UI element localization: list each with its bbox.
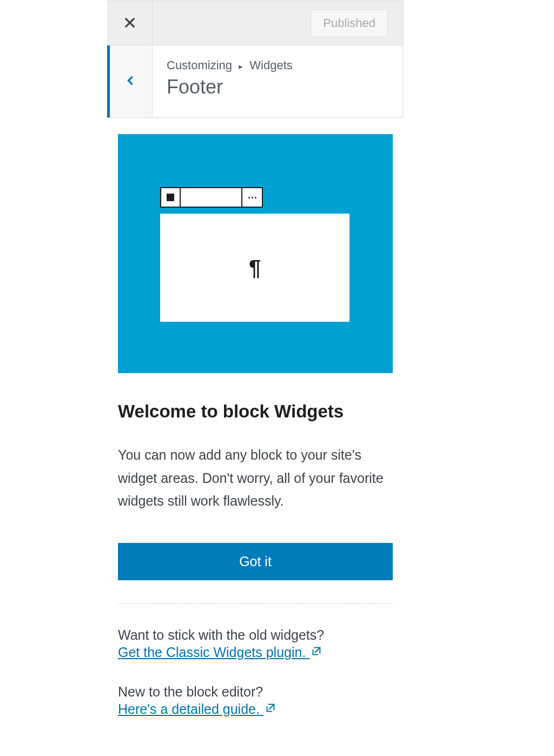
illustration-canvas: ¶ [160, 214, 349, 322]
guide-section: New to the block editor? Here's a detail… [118, 683, 393, 718]
breadcrumb-nav: Customizing ▸ Widgets Footer [107, 45, 404, 118]
welcome-title: Welcome to block Widgets [118, 401, 393, 422]
external-link-icon [311, 644, 322, 661]
illustration-toolbar-mid [181, 188, 242, 207]
breadcrumb-current: Widgets [249, 58, 292, 72]
breadcrumb-text: Customizing ▸ Widgets Footer [153, 45, 402, 117]
content-area: ¶ Welcome to block Widgets You can now a… [107, 118, 404, 751]
close-button[interactable] [107, 2, 153, 45]
chevron-left-icon [125, 75, 137, 88]
customizer-panel: Published Customizing ▸ Widgets Footer [107, 0, 404, 751]
divider [118, 603, 393, 604]
illustration-block-icon [161, 188, 181, 207]
external-link-icon [265, 700, 276, 718]
got-it-button[interactable]: Got it [118, 543, 393, 580]
guide-prompt: New to the block editor? [118, 683, 393, 701]
classic-widgets-prompt: Want to stick with the old widgets? [118, 626, 393, 644]
breadcrumb-separator-icon: ▸ [239, 62, 243, 71]
breadcrumb: Customizing ▸ Widgets [167, 58, 388, 72]
classic-widgets-link[interactable]: Get the Classic Widgets plugin. [118, 645, 322, 660]
illustration-more-icon [242, 188, 262, 207]
illustration-toolbar [160, 187, 263, 208]
guide-link[interactable]: Here's a detailed guide. [118, 701, 276, 717]
classic-widgets-link-text: Get the Classic Widgets plugin. [118, 645, 306, 660]
breadcrumb-root: Customizing [167, 58, 232, 72]
welcome-description: You can now add any block to your site's… [118, 443, 393, 513]
close-icon [122, 15, 137, 32]
back-button[interactable] [110, 45, 153, 117]
classic-widgets-section: Want to stick with the old widgets? Get … [118, 626, 393, 661]
pilcrow-icon: ¶ [249, 256, 261, 280]
welcome-illustration: ¶ [118, 134, 393, 373]
topbar: Published [107, 0, 404, 45]
section-title: Footer [167, 76, 388, 98]
guide-link-text: Here's a detailed guide. [118, 701, 260, 717]
publish-status-button[interactable]: Published [311, 9, 388, 37]
